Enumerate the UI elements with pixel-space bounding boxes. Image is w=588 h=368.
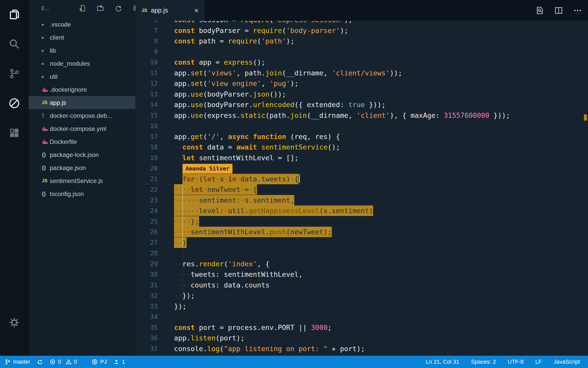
code-line-8[interactable]: 8const path = require('path');: [135, 36, 588, 47]
code-line-13[interactable]: 13app.use(bodyParser.json());: [135, 89, 588, 100]
new-folder-button[interactable]: [96, 4, 104, 12]
code-line-21[interactable]: 21··for·(let·s·in·data.tweets)·{: [135, 174, 588, 185]
extensions-icon: [8, 127, 20, 139]
new-file-button[interactable]: [79, 4, 86, 12]
tree-item-package-lock-json[interactable]: {}package-lock.json: [29, 148, 135, 161]
line-number: 17: [135, 131, 158, 142]
line-number: 35: [135, 322, 158, 333]
close-tab-icon[interactable]: ×: [194, 7, 199, 14]
code-line-26[interactable]: 26····sentimentWithLevel.push(newTweet);: [135, 227, 588, 237]
tree-item-label: docker-compose.yml: [50, 125, 106, 132]
sync-button[interactable]: [37, 359, 43, 365]
tree-item-dockerfile[interactable]: Dockerfile: [29, 135, 135, 148]
settings-gear-button[interactable]: [8, 316, 20, 329]
code-line-32[interactable]: 32··});: [135, 290, 588, 301]
activity-explorer-button[interactable]: [8, 8, 20, 20]
warning-count: 0: [74, 359, 77, 365]
activity-source-control-button[interactable]: [8, 67, 20, 80]
activity-debug-button[interactable]: [8, 97, 20, 109]
tree-item-label: tsconfig.json: [50, 190, 84, 198]
code-line-19[interactable]: 19··let sentimentWithLevel = [];: [135, 153, 588, 163]
git-branch-icon: [8, 68, 20, 79]
tree-item-node-modules[interactable]: ▸node_modules: [29, 57, 135, 70]
tree-item-util[interactable]: ▸util: [29, 70, 135, 83]
tree-item-dockerignore[interactable]: .dockerignore: [29, 83, 135, 96]
code-line-14[interactable]: 14app.use(bodyParser.urlencoded({ extend…: [135, 99, 588, 110]
branch-indicator[interactable]: master: [5, 359, 30, 365]
line-number: 14: [135, 99, 158, 110]
tree-item-vscode[interactable]: ▸.vscode: [29, 18, 135, 31]
code-line-31[interactable]: 31····counts: data.counts: [135, 280, 588, 291]
code-line-15[interactable]: 15app.use(express.static(path.join(__dir…: [135, 110, 588, 121]
code-line-24[interactable]: 24······level:·util.getHappinessLevel(s.…: [135, 205, 588, 216]
code-line-16[interactable]: 16: [135, 121, 588, 131]
json-file-icon: {}: [42, 152, 50, 158]
code-area[interactable]: 6const session = require('express-sessio…: [135, 21, 588, 356]
line-number: 11: [135, 68, 158, 78]
code-line-29[interactable]: 29··res.render('index', {: [135, 259, 588, 269]
tree-item-lib[interactable]: ▸lib: [29, 44, 135, 57]
cursor-position-indicator[interactable]: Ln 21, Col 31: [426, 359, 459, 365]
folder-chevron-icon: ▸: [42, 21, 50, 27]
line-number: 7: [135, 25, 158, 36]
folder-chevron-icon: ▸: [42, 48, 50, 53]
open-changes-icon[interactable]: [535, 6, 544, 15]
code-line-36[interactable]: 36app.listen(port);: [135, 333, 588, 343]
line-number: 26: [135, 227, 158, 237]
activity-bar: [0, 0, 29, 356]
tree-item-package-json[interactable]: {}package.json: [29, 161, 135, 174]
editor-actions: [535, 0, 582, 21]
eol-indicator[interactable]: LF: [535, 359, 542, 365]
live-share-contact[interactable]: PJ: [91, 359, 107, 365]
code-line-7[interactable]: 7const bodyParser = require('body-parser…: [135, 25, 588, 36]
more-actions-icon[interactable]: [573, 6, 582, 15]
line-number: 36: [135, 333, 158, 343]
activity-search-button[interactable]: [8, 38, 20, 50]
branch-name: master: [13, 359, 30, 365]
code-line-6[interactable]: 6const session = require('express-sessio…: [135, 21, 588, 25]
tab-bar: JS app.js ×: [135, 0, 588, 21]
code-line-34[interactable]: 34: [135, 312, 588, 322]
folder-chevron-icon: ▸: [42, 74, 50, 79]
line-number: 20: [135, 163, 158, 174]
code-line-30[interactable]: 30····tweets: sentimentWithLevel,: [135, 269, 588, 280]
code-line-18[interactable]: 18··const data = await sentimentService(…: [135, 142, 588, 153]
tree-item-app-js[interactable]: JSapp.js: [29, 96, 135, 109]
tree-item-docker-compose-yml[interactable]: docker-compose.yml: [29, 122, 135, 135]
line-number: 30: [135, 269, 158, 280]
line-number: 22: [135, 184, 158, 195]
code-line-9[interactable]: 9: [135, 47, 588, 57]
code-line-35[interactable]: 35const port = process.env.PORT || 3000;: [135, 322, 588, 333]
live-share-participants[interactable]: 1: [113, 359, 125, 365]
refresh-button[interactable]: [114, 4, 122, 12]
code-line-10[interactable]: 10const app = express();: [135, 57, 588, 68]
split-editor-icon[interactable]: [554, 6, 563, 15]
sync-icon: [37, 359, 43, 365]
line-number: 18: [135, 142, 158, 153]
docker-whale-icon: [42, 126, 50, 132]
language-indicator[interactable]: JavaScript: [554, 359, 580, 365]
code-line-17[interactable]: 17app.get('/', async function (req, res)…: [135, 131, 588, 142]
tree-item-client[interactable]: ▸client: [29, 31, 135, 44]
code-line-37[interactable]: 37console.log("app listening on port: " …: [135, 343, 588, 354]
tree-item-sentimentservice-js[interactable]: JSsentimentService.js: [29, 174, 135, 187]
git-branch-icon: [5, 359, 11, 365]
code-line-28[interactable]: 28: [135, 248, 588, 259]
code-line-11[interactable]: 11app.set('views', path.join(__dirname, …: [135, 68, 588, 78]
code-line-33[interactable]: 33});: [135, 301, 588, 312]
tab-app-js[interactable]: JS app.js ×: [135, 0, 205, 21]
code-line-23[interactable]: 23······sentiment:·s.sentiment,: [135, 195, 588, 206]
indentation-indicator[interactable]: Spaces: 2: [471, 359, 496, 365]
tree-item-docker-compose-deb[interactable]: !docker-compose.deb...: [29, 109, 135, 122]
code-line-27[interactable]: 27··}: [135, 237, 588, 248]
code-line-25[interactable]: 25····};: [135, 216, 588, 227]
explorer-actions: [79, 0, 140, 16]
problems-indicator[interactable]: 0 0: [50, 359, 77, 365]
tree-item-tsconfig-json[interactable]: {}tsconfig.json: [29, 187, 135, 200]
code-line-22[interactable]: 22····let·newTweet·=·{: [135, 184, 588, 195]
code-line-12[interactable]: 12app.set('view engine', 'pug');: [135, 78, 588, 89]
tree-item-label: util: [50, 73, 58, 80]
status-right: Ln 21, Col 31 Spaces: 2 UTF-8 LF JavaScr…: [426, 359, 588, 365]
encoding-indicator[interactable]: UTF-8: [508, 359, 523, 365]
activity-extensions-button[interactable]: [8, 127, 20, 139]
